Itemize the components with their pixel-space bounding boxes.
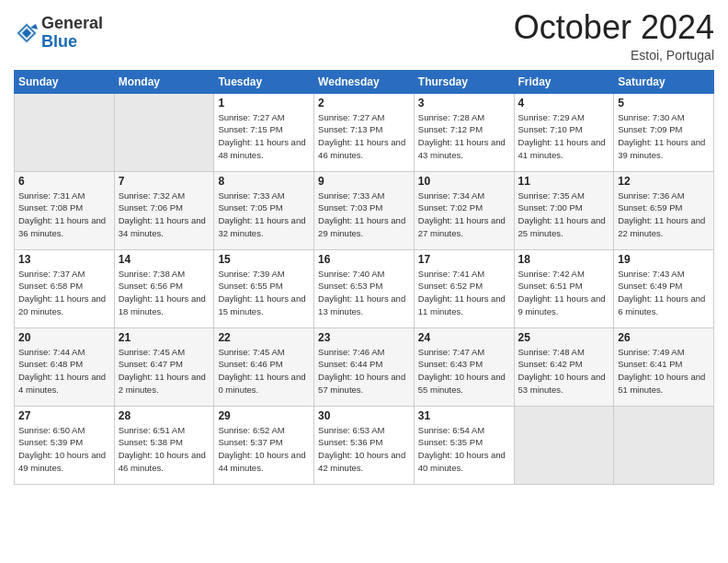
calendar-cell: 14Sunrise: 7:38 AM Sunset: 6:56 PM Dayli… [114, 249, 214, 327]
day-number: 27 [18, 409, 110, 422]
day-number: 9 [318, 175, 410, 188]
col-saturday: Saturday [614, 70, 714, 93]
logo: General Blue [14, 15, 103, 52]
day-number: 23 [318, 331, 410, 344]
calendar-cell: 23Sunrise: 7:46 AM Sunset: 6:44 PM Dayli… [314, 327, 415, 406]
day-info: Sunrise: 7:31 AM Sunset: 7:08 PM Dayligh… [18, 190, 110, 240]
day-number: 17 [418, 253, 510, 266]
calendar-cell: 29Sunrise: 6:52 AM Sunset: 5:37 PM Dayli… [214, 406, 314, 484]
day-info: Sunrise: 7:34 AM Sunset: 7:02 PM Dayligh… [418, 190, 510, 240]
logo-text: General Blue [41, 15, 103, 52]
day-info: Sunrise: 6:54 AM Sunset: 5:35 PM Dayligh… [418, 424, 510, 475]
calendar-header: Sunday Monday Tuesday Wednesday Thursday… [15, 70, 714, 93]
page-header: General Blue October 2024 Estoi, Portuga… [14, 9, 714, 63]
day-info: Sunrise: 7:39 AM Sunset: 6:55 PM Dayligh… [218, 268, 310, 318]
calendar-cell: 7Sunrise: 7:32 AM Sunset: 7:06 PM Daylig… [114, 171, 214, 249]
calendar-cell: 8Sunrise: 7:33 AM Sunset: 7:05 PM Daylig… [214, 171, 314, 249]
calendar-cell: 28Sunrise: 6:51 AM Sunset: 5:38 PM Dayli… [114, 406, 214, 484]
calendar-cell: 19Sunrise: 7:43 AM Sunset: 6:49 PM Dayli… [614, 249, 714, 327]
calendar-cell [614, 406, 714, 484]
calendar-cell: 21Sunrise: 7:45 AM Sunset: 6:47 PM Dayli… [114, 327, 214, 406]
day-info: Sunrise: 6:50 AM Sunset: 5:39 PM Dayligh… [18, 424, 110, 475]
calendar-cell: 26Sunrise: 7:49 AM Sunset: 6:41 PM Dayli… [614, 327, 714, 406]
calendar-cell: 3Sunrise: 7:28 AM Sunset: 7:12 PM Daylig… [414, 93, 514, 171]
day-info: Sunrise: 7:37 AM Sunset: 6:58 PM Dayligh… [18, 268, 110, 318]
calendar-cell: 27Sunrise: 6:50 AM Sunset: 5:39 PM Dayli… [15, 406, 115, 484]
calendar-cell: 15Sunrise: 7:39 AM Sunset: 6:55 PM Dayli… [214, 249, 314, 327]
calendar-cell: 30Sunrise: 6:53 AM Sunset: 5:36 PM Dayli… [314, 406, 415, 484]
day-info: Sunrise: 7:49 AM Sunset: 6:41 PM Dayligh… [618, 346, 710, 396]
day-number: 15 [218, 253, 310, 266]
day-number: 11 [518, 175, 610, 188]
day-number: 8 [218, 175, 310, 188]
col-thursday: Thursday [414, 70, 514, 93]
day-number: 3 [418, 97, 510, 109]
calendar-cell: 5Sunrise: 7:30 AM Sunset: 7:09 PM Daylig… [614, 93, 714, 171]
calendar-cell [114, 93, 214, 171]
day-number: 6 [18, 175, 110, 188]
day-number: 5 [618, 97, 710, 109]
day-number: 13 [18, 253, 110, 266]
day-number: 28 [119, 409, 210, 422]
week-row-3: 13Sunrise: 7:37 AM Sunset: 6:58 PM Dayli… [15, 249, 714, 327]
logo-general: General [41, 15, 103, 33]
day-info: Sunrise: 7:29 AM Sunset: 7:10 PM Dayligh… [518, 111, 610, 162]
calendar-cell: 12Sunrise: 7:36 AM Sunset: 6:59 PM Dayli… [614, 171, 714, 249]
week-row-2: 6Sunrise: 7:31 AM Sunset: 7:08 PM Daylig… [15, 171, 714, 249]
day-info: Sunrise: 7:40 AM Sunset: 6:53 PM Dayligh… [318, 268, 410, 318]
col-friday: Friday [514, 70, 614, 93]
week-row-4: 20Sunrise: 7:44 AM Sunset: 6:48 PM Dayli… [15, 327, 714, 406]
day-info: Sunrise: 7:47 AM Sunset: 6:43 PM Dayligh… [418, 346, 510, 396]
day-info: Sunrise: 7:42 AM Sunset: 6:51 PM Dayligh… [518, 268, 610, 318]
day-info: Sunrise: 7:28 AM Sunset: 7:12 PM Dayligh… [418, 111, 510, 162]
calendar-cell: 11Sunrise: 7:35 AM Sunset: 7:00 PM Dayli… [514, 171, 614, 249]
day-info: Sunrise: 7:43 AM Sunset: 6:49 PM Dayligh… [618, 268, 710, 318]
calendar-page: General Blue October 2024 Estoi, Portuga… [0, 0, 728, 563]
day-info: Sunrise: 7:46 AM Sunset: 6:44 PM Dayligh… [318, 346, 410, 396]
day-number: 22 [218, 331, 310, 344]
day-number: 12 [618, 175, 710, 188]
calendar-cell: 22Sunrise: 7:45 AM Sunset: 6:46 PM Dayli… [214, 327, 314, 406]
calendar-cell: 25Sunrise: 7:48 AM Sunset: 6:42 PM Dayli… [514, 327, 614, 406]
week-row-5: 27Sunrise: 6:50 AM Sunset: 5:39 PM Dayli… [15, 406, 714, 484]
calendar-cell [15, 93, 115, 171]
col-wednesday: Wednesday [314, 70, 415, 93]
day-info: Sunrise: 7:30 AM Sunset: 7:09 PM Dayligh… [618, 111, 710, 162]
day-number: 7 [119, 175, 210, 188]
day-number: 2 [318, 97, 410, 109]
day-info: Sunrise: 7:33 AM Sunset: 7:05 PM Dayligh… [218, 190, 310, 240]
day-number: 10 [418, 175, 510, 188]
calendar-table: Sunday Monday Tuesday Wednesday Thursday… [14, 70, 714, 485]
calendar-cell: 31Sunrise: 6:54 AM Sunset: 5:35 PM Dayli… [414, 406, 514, 484]
calendar-cell: 13Sunrise: 7:37 AM Sunset: 6:58 PM Dayli… [15, 249, 115, 327]
calendar-cell: 24Sunrise: 7:47 AM Sunset: 6:43 PM Dayli… [414, 327, 514, 406]
day-number: 20 [18, 331, 110, 344]
col-monday: Monday [114, 70, 214, 93]
day-info: Sunrise: 7:38 AM Sunset: 6:56 PM Dayligh… [119, 268, 210, 318]
day-info: Sunrise: 7:33 AM Sunset: 7:03 PM Dayligh… [318, 190, 410, 240]
day-info: Sunrise: 7:44 AM Sunset: 6:48 PM Dayligh… [18, 346, 110, 396]
day-number: 31 [418, 409, 510, 422]
col-sunday: Sunday [15, 70, 115, 93]
calendar-cell: 9Sunrise: 7:33 AM Sunset: 7:03 PM Daylig… [314, 171, 415, 249]
day-info: Sunrise: 6:52 AM Sunset: 5:37 PM Dayligh… [218, 424, 310, 475]
day-number: 30 [318, 409, 410, 422]
day-info: Sunrise: 7:36 AM Sunset: 6:59 PM Dayligh… [618, 190, 710, 240]
calendar-cell: 6Sunrise: 7:31 AM Sunset: 7:08 PM Daylig… [15, 171, 115, 249]
calendar-cell: 2Sunrise: 7:27 AM Sunset: 7:13 PM Daylig… [314, 93, 415, 171]
day-info: Sunrise: 7:35 AM Sunset: 7:00 PM Dayligh… [518, 190, 610, 240]
day-info: Sunrise: 7:27 AM Sunset: 7:13 PM Dayligh… [318, 111, 410, 162]
calendar-cell: 4Sunrise: 7:29 AM Sunset: 7:10 PM Daylig… [514, 93, 614, 171]
day-info: Sunrise: 6:51 AM Sunset: 5:38 PM Dayligh… [119, 424, 210, 475]
location-subtitle: Estoi, Portugal [514, 48, 714, 63]
day-number: 4 [518, 97, 610, 109]
calendar-cell: 18Sunrise: 7:42 AM Sunset: 6:51 PM Dayli… [514, 249, 614, 327]
day-info: Sunrise: 7:41 AM Sunset: 6:52 PM Dayligh… [418, 268, 510, 318]
day-number: 24 [418, 331, 510, 344]
day-number: 16 [318, 253, 410, 266]
title-area: October 2024 Estoi, Portugal [514, 9, 714, 63]
header-row: Sunday Monday Tuesday Wednesday Thursday… [15, 70, 714, 93]
day-number: 25 [518, 331, 610, 344]
col-tuesday: Tuesday [214, 70, 314, 93]
day-number: 21 [119, 331, 210, 344]
